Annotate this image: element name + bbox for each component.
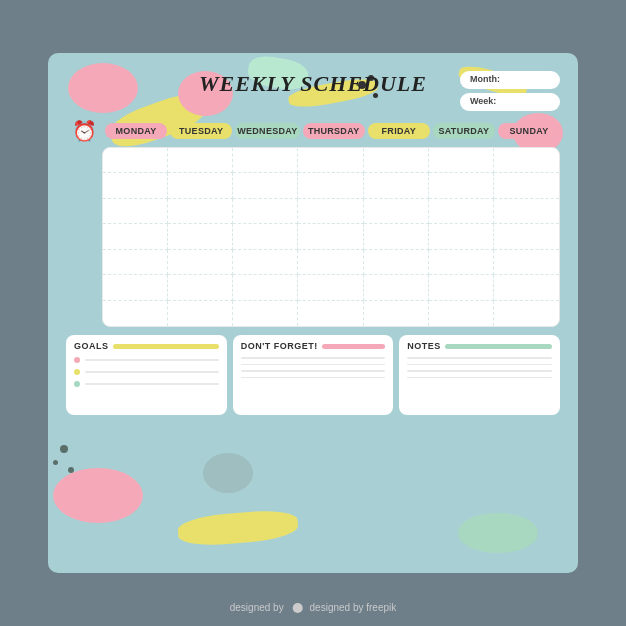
day-pill-wednesday: Wednesday — [235, 123, 299, 139]
goal-dot-line — [85, 359, 219, 361]
grid-cell[interactable] — [429, 148, 494, 173]
grid-cell[interactable] — [298, 224, 363, 249]
grid-cell[interactable] — [103, 301, 168, 326]
grid-cell[interactable] — [364, 173, 429, 198]
grid-cell[interactable] — [103, 275, 168, 300]
grid-cell[interactable] — [233, 275, 298, 300]
grid-cell[interactable] — [168, 199, 233, 224]
grid-cell[interactable] — [298, 250, 363, 275]
grid-cell[interactable] — [494, 148, 559, 173]
grid-cell[interactable] — [429, 173, 494, 198]
grid-cell[interactable] — [168, 275, 233, 300]
card-underline — [445, 344, 552, 349]
goal-dot-icon — [74, 357, 80, 363]
goal-dot-row — [74, 357, 219, 363]
main-grid — [66, 147, 560, 327]
grid-cell[interactable] — [233, 224, 298, 249]
grid-cell[interactable] — [364, 301, 429, 326]
card-line — [241, 357, 386, 359]
days-row: ⏰ MondayTuesdayWednesdayThursdayFridaySa… — [66, 119, 560, 143]
card-line — [241, 370, 386, 372]
grid-body — [102, 147, 560, 327]
goal-dot-line — [85, 371, 219, 373]
bottom-section: GOALSDON'T FORGET!NOTES — [66, 335, 560, 415]
grid-cell[interactable] — [298, 199, 363, 224]
day-pill-tuesday: Tuesday — [170, 123, 232, 139]
grid-cell[interactable] — [364, 148, 429, 173]
grid-cell[interactable] — [429, 275, 494, 300]
clock-icon: ⏰ — [72, 119, 97, 143]
grid-cell[interactable] — [103, 199, 168, 224]
svg-point-0 — [293, 603, 303, 613]
day-pill-thursday: Thursday — [303, 123, 365, 139]
grid-cell[interactable] — [494, 224, 559, 249]
grid-cell[interactable] — [233, 148, 298, 173]
deco-shape-yellow-bottom — [177, 508, 299, 548]
grid-cell[interactable] — [168, 224, 233, 249]
freepik-credit: designed by designed by freepik — [230, 602, 397, 614]
grid-cell[interactable] — [364, 250, 429, 275]
deco-dot-bl1 — [60, 445, 68, 453]
grid-cell[interactable] — [429, 250, 494, 275]
grid-cell[interactable] — [168, 148, 233, 173]
card-lines — [241, 357, 386, 378]
day-pill-saturday: Saturday — [433, 123, 495, 139]
card-line — [241, 364, 386, 366]
grid-cell[interactable] — [429, 224, 494, 249]
grid-cell[interactable] — [168, 301, 233, 326]
card-line — [407, 370, 552, 372]
grid-cell[interactable] — [103, 148, 168, 173]
grid-cell[interactable] — [364, 224, 429, 249]
deco-shape-leopard — [203, 453, 253, 493]
grid-cell[interactable] — [103, 250, 168, 275]
week-field[interactable]: Week: — [460, 93, 560, 111]
card-header: GOALS — [74, 341, 219, 351]
grid-cell[interactable] — [103, 173, 168, 198]
clock-cell: ⏰ — [66, 119, 102, 143]
bottom-card-0: GOALS — [66, 335, 227, 415]
grid-cell[interactable] — [429, 301, 494, 326]
day-pill-monday: Monday — [105, 123, 167, 139]
card-lines — [407, 357, 552, 378]
grid-cell[interactable] — [103, 224, 168, 249]
grid-cell[interactable] — [494, 173, 559, 198]
grid-cell[interactable] — [298, 301, 363, 326]
grid-cell[interactable] — [298, 148, 363, 173]
grid-cell[interactable] — [494, 301, 559, 326]
grid-cell[interactable] — [364, 199, 429, 224]
card-line — [407, 377, 552, 379]
grid-cell[interactable] — [233, 301, 298, 326]
grid-cell[interactable] — [298, 173, 363, 198]
grid-cell[interactable] — [494, 199, 559, 224]
card-line — [407, 364, 552, 366]
title-block: WEEKLY SCHEDULE — [166, 71, 460, 97]
goal-dot-icon — [74, 369, 80, 375]
deco-shape-pink-bottom — [53, 468, 143, 523]
card-label: NOTES — [407, 341, 441, 351]
grid-cell[interactable] — [429, 199, 494, 224]
goal-dot-row — [74, 381, 219, 387]
grid-cell[interactable] — [168, 173, 233, 198]
card-label: DON'T FORGET! — [241, 341, 318, 351]
card-underline — [113, 344, 219, 349]
grid-cell[interactable] — [233, 199, 298, 224]
grid-cell[interactable] — [494, 250, 559, 275]
main-title: WEEKLY SCHEDULE — [166, 71, 460, 97]
goal-dot-icon — [74, 381, 80, 387]
card-label: GOALS — [74, 341, 109, 351]
month-label: Month: — [470, 74, 500, 84]
grid-cell[interactable] — [168, 250, 233, 275]
card-header: DON'T FORGET! — [241, 341, 386, 351]
grid-cell[interactable] — [494, 275, 559, 300]
card-line — [241, 377, 386, 379]
grid-cell[interactable] — [298, 275, 363, 300]
grid-cell[interactable] — [233, 173, 298, 198]
grid-cell[interactable] — [364, 275, 429, 300]
deco-dot-bl3 — [53, 460, 58, 465]
grid-cell[interactable] — [233, 250, 298, 275]
meta-block: Month: Week: — [460, 71, 560, 111]
bottom-card-1: DON'T FORGET! — [233, 335, 394, 415]
goal-dot-line — [85, 383, 219, 385]
goals-dots — [74, 357, 219, 387]
month-field[interactable]: Month: — [460, 71, 560, 89]
